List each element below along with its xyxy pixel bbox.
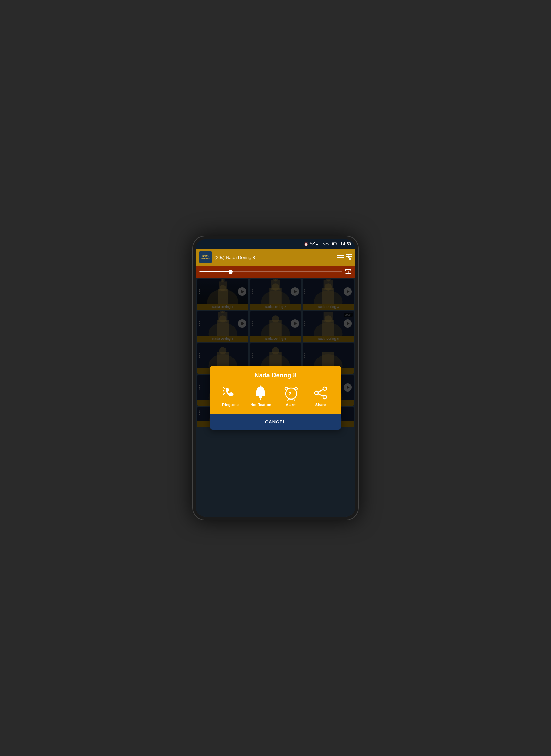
svg-point-86 bbox=[323, 387, 327, 390]
ringtone-label: Ringtone bbox=[222, 403, 239, 407]
phone-frame: ⏰ 57% bbox=[192, 236, 359, 520]
wifi-icon bbox=[310, 242, 315, 246]
notification-label: Notification bbox=[250, 403, 271, 407]
share-label: Share bbox=[315, 403, 326, 407]
svg-line-85 bbox=[294, 399, 295, 400]
progress-track bbox=[199, 271, 342, 272]
notification-action[interactable]: Notification bbox=[250, 385, 271, 407]
alarm-icon: ⏰ bbox=[304, 242, 308, 246]
progress-thumb bbox=[229, 270, 233, 274]
svg-rect-4 bbox=[321, 242, 321, 245]
svg-rect-6 bbox=[337, 243, 337, 244]
svg-point-79 bbox=[260, 398, 261, 400]
ringtone-icon bbox=[223, 385, 238, 401]
svg-point-88 bbox=[323, 395, 327, 399]
app-logo: NADADERING bbox=[199, 251, 212, 263]
content-area: Nada Dering 1 bbox=[196, 278, 355, 517]
modal-actions: Ringtone bbox=[215, 385, 335, 407]
battery-text: 57% bbox=[323, 242, 330, 246]
svg-text:1: 1 bbox=[348, 271, 349, 274]
share-icon bbox=[313, 385, 328, 401]
app-header: NADADERING (20s) Nada Dering 8 bbox=[196, 249, 355, 266]
alarm-action[interactable]: Z Alarm bbox=[281, 385, 301, 407]
svg-line-77 bbox=[223, 393, 225, 394]
modal-dialog: Nada Dering 8 bbox=[210, 366, 341, 430]
notification-icon bbox=[253, 385, 268, 401]
svg-point-87 bbox=[315, 391, 318, 395]
repeat-button[interactable]: 1 bbox=[345, 269, 352, 275]
status-bar: ⏰ 57% bbox=[196, 239, 355, 249]
alarm-label: Alarm bbox=[286, 403, 296, 407]
signal-icon bbox=[316, 242, 321, 246]
svg-rect-7 bbox=[332, 243, 334, 245]
progress-fill bbox=[199, 271, 231, 272]
modal-overlay: Nada Dering 8 bbox=[196, 278, 355, 517]
svg-rect-0 bbox=[316, 244, 317, 245]
svg-point-82 bbox=[285, 387, 288, 390]
share-action[interactable]: Share bbox=[311, 385, 330, 407]
cancel-button[interactable]: CANCEL bbox=[265, 419, 286, 425]
phone-screen: ⏰ 57% bbox=[196, 239, 355, 517]
svg-line-90 bbox=[318, 394, 323, 396]
svg-point-83 bbox=[295, 387, 297, 390]
modal-cancel-section: CANCEL bbox=[210, 414, 341, 430]
app-title: (20s) Nada Dering 8 bbox=[214, 255, 337, 260]
status-time: 14:53 bbox=[340, 242, 351, 246]
svg-point-78 bbox=[260, 385, 262, 387]
svg-rect-3 bbox=[320, 242, 320, 245]
battery-icon bbox=[332, 242, 337, 246]
modal-title: Nada Dering 8 bbox=[215, 372, 335, 379]
status-icons: ⏰ 57% bbox=[304, 242, 351, 246]
svg-rect-2 bbox=[319, 243, 319, 245]
alarm-icon: Z bbox=[283, 385, 299, 401]
modal-top: Nada Dering 8 bbox=[210, 366, 341, 414]
svg-line-89 bbox=[318, 390, 323, 392]
menu-button[interactable] bbox=[337, 255, 344, 259]
svg-rect-1 bbox=[317, 244, 318, 245]
player-progress-bar[interactable]: 1 bbox=[196, 266, 355, 278]
ringtone-action[interactable]: Ringtone bbox=[221, 385, 240, 407]
svg-line-84 bbox=[288, 399, 289, 400]
svg-line-75 bbox=[223, 387, 225, 389]
svg-text:Z: Z bbox=[289, 392, 291, 396]
